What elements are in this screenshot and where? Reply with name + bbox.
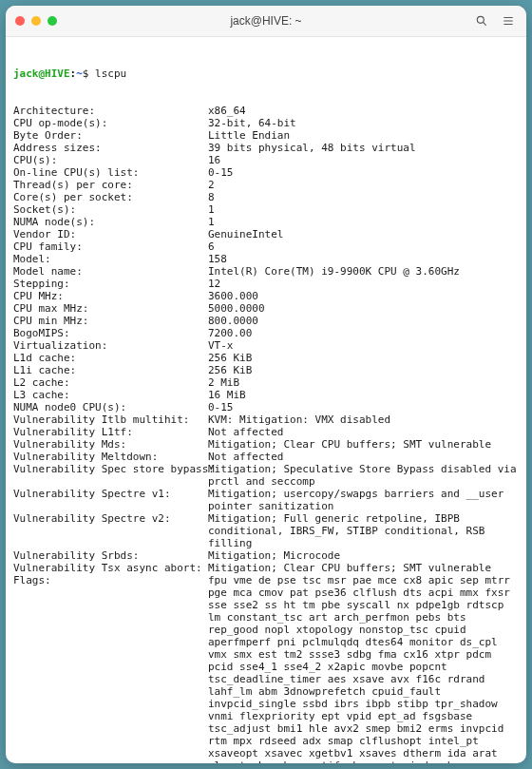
lscpu-value: 1 xyxy=(208,216,519,228)
lscpu-row: Vulnerability Meltdown:Not affected xyxy=(13,451,519,463)
lscpu-label: L2 cache: xyxy=(13,376,208,389)
lscpu-row: CPU MHz:3600.000 xyxy=(13,290,519,302)
lscpu-value: Mitigation; Full generic retpoline, IBPB… xyxy=(208,512,519,549)
lscpu-label: CPU MHz: xyxy=(13,290,208,302)
lscpu-row: Vulnerability Spec store bypass:Mitigati… xyxy=(13,463,519,488)
lscpu-label: NUMA node(s): xyxy=(13,216,208,228)
lscpu-label: Vendor ID: xyxy=(13,228,208,240)
lscpu-value: 256 KiB xyxy=(208,352,519,364)
search-icon[interactable] xyxy=(475,14,488,28)
lscpu-row: L1d cache:256 KiB xyxy=(13,352,519,364)
titlebar: jack@HIVE: ~ xyxy=(6,6,526,37)
maximize-icon[interactable] xyxy=(48,16,57,26)
lscpu-label: L1d cache: xyxy=(13,352,208,364)
lscpu-row: L1i cache:256 KiB xyxy=(13,364,519,376)
lscpu-value: VT-x xyxy=(208,339,519,352)
lscpu-row: NUMA node(s):1 xyxy=(13,216,519,228)
lscpu-row: CPU max MHz:5000.0000 xyxy=(13,302,519,315)
lscpu-row: Vulnerability Itlb multihit:KVM: Mitigat… xyxy=(13,413,519,426)
lscpu-value: 3600.000 xyxy=(208,290,519,302)
lscpu-value: 16 xyxy=(208,154,519,166)
lscpu-label: Model name: xyxy=(13,265,208,278)
lscpu-row: Model name:Intel(R) Core(TM) i9-9900K CP… xyxy=(13,265,519,278)
lscpu-row: Byte Order:Little Endian xyxy=(13,129,519,142)
lscpu-value: 2 MiB xyxy=(208,376,519,389)
lscpu-label: Vulnerability Spec store bypass: xyxy=(13,463,208,488)
lscpu-value: Not affected xyxy=(208,426,519,438)
lscpu-label: L3 cache: xyxy=(13,389,208,401)
lscpu-label: Vulnerability Tsx async abort: xyxy=(13,562,208,574)
lscpu-value: KVM: Mitigation: VMX disabled xyxy=(208,413,519,426)
minimize-icon[interactable] xyxy=(31,16,41,26)
lscpu-label: Vulnerability Meltdown: xyxy=(13,451,208,463)
lscpu-row: Socket(s):1 xyxy=(13,203,519,216)
lscpu-value: Mitigation; Speculative Store Bypass dis… xyxy=(208,463,519,488)
lscpu-row: Stepping:12 xyxy=(13,278,519,290)
lscpu-label: Architecture: xyxy=(13,105,208,117)
lscpu-row: Virtualization:VT-x xyxy=(13,339,519,352)
close-icon[interactable] xyxy=(15,16,25,26)
lscpu-row: CPU op-mode(s):32-bit, 64-bit xyxy=(13,117,519,129)
lscpu-row: BogoMIPS:7200.00 xyxy=(13,327,519,339)
lscpu-row: Address sizes:39 bits physical, 48 bits … xyxy=(13,142,519,154)
lscpu-row: Vulnerability Spectre v2:Mitigation; Ful… xyxy=(13,512,519,549)
lscpu-row: Core(s) per socket:8 xyxy=(13,191,519,203)
lscpu-label: Vulnerability Mds: xyxy=(13,438,208,451)
terminal-output[interactable]: jack@HIVE:~$ lscpu Architecture:x86_64CP… xyxy=(6,37,526,763)
lscpu-label: L1i cache: xyxy=(13,364,208,376)
lscpu-row: CPU min MHz:800.0000 xyxy=(13,315,519,327)
lscpu-label: Socket(s): xyxy=(13,203,208,216)
lscpu-value: 2 xyxy=(208,179,519,191)
lscpu-row: Vulnerability Tsx async abort:Mitigation… xyxy=(13,562,519,574)
lscpu-row: Vulnerability L1tf:Not affected xyxy=(13,426,519,438)
lscpu-value: Mitigation; Microcode xyxy=(208,549,519,562)
lscpu-row: Vulnerability Mds:Mitigation; Clear CPU … xyxy=(13,438,519,451)
lscpu-label: BogoMIPS: xyxy=(13,327,208,339)
lscpu-label: Thread(s) per core: xyxy=(13,179,208,191)
lscpu-value: Not affected xyxy=(208,451,519,463)
prompt-line: jack@HIVE:~$ lscpu xyxy=(13,67,519,80)
lscpu-value: 256 KiB xyxy=(208,364,519,376)
lscpu-value: 0-15 xyxy=(208,401,519,413)
lscpu-label: Vulnerability Srbds: xyxy=(13,549,208,562)
lscpu-value: 800.0000 xyxy=(208,315,519,327)
lscpu-value: 8 xyxy=(208,191,519,203)
lscpu-label: NUMA node0 CPU(s): xyxy=(13,401,208,413)
lscpu-label: Model: xyxy=(13,253,208,265)
lscpu-label: Vulnerability Itlb multihit: xyxy=(13,413,208,426)
lscpu-label: CPU(s): xyxy=(13,154,208,166)
lscpu-label: CPU op-mode(s): xyxy=(13,117,208,129)
svg-line-1 xyxy=(483,22,485,25)
lscpu-value: 5000.0000 xyxy=(208,302,519,315)
lscpu-row: On-line CPU(s) list:0-15 xyxy=(13,166,519,179)
lscpu-label: Address sizes: xyxy=(13,142,208,154)
window-controls xyxy=(6,16,57,26)
lscpu-value: Little Endian xyxy=(208,129,519,142)
lscpu-value: 32-bit, 64-bit xyxy=(208,117,519,129)
lscpu-row: Vulnerability Spectre v1:Mitigation; use… xyxy=(13,488,519,512)
lscpu-label: CPU family: xyxy=(13,240,208,253)
window-title: jack@HIVE: ~ xyxy=(6,14,526,28)
lscpu-value: Mitigation; Clear CPU buffers; SMT vulne… xyxy=(208,438,519,451)
lscpu-row: Model:158 xyxy=(13,253,519,265)
lscpu-row: Vulnerability Srbds:Mitigation; Microcod… xyxy=(13,549,519,562)
lscpu-value: 6 xyxy=(208,240,519,253)
lscpu-label: Flags: xyxy=(13,574,208,763)
lscpu-label: Stepping: xyxy=(13,278,208,290)
terminal-window: jack@HIVE: ~ jack@HIVE:~$ lscpu Architec… xyxy=(6,6,526,763)
lscpu-row: Vendor ID:GenuineIntel xyxy=(13,228,519,240)
lscpu-row: Flags:fpu vme de pse tsc msr pae mce cx8… xyxy=(13,574,519,763)
lscpu-value: GenuineIntel xyxy=(208,228,519,240)
lscpu-label: CPU max MHz: xyxy=(13,302,208,315)
lscpu-value: Intel(R) Core(TM) i9-9900K CPU @ 3.60GHz xyxy=(208,265,519,278)
lscpu-row: L2 cache:2 MiB xyxy=(13,376,519,389)
lscpu-value: 39 bits physical, 48 bits virtual xyxy=(208,142,519,154)
menu-icon[interactable] xyxy=(502,14,515,28)
lscpu-row: Architecture:x86_64 xyxy=(13,105,519,117)
lscpu-row: NUMA node0 CPU(s):0-15 xyxy=(13,401,519,413)
prompt-user-host: jack@HIVE xyxy=(13,67,70,80)
lscpu-value: Mitigation; Clear CPU buffers; SMT vulne… xyxy=(208,562,519,574)
lscpu-value: 1 xyxy=(208,203,519,216)
lscpu-value: 12 xyxy=(208,278,519,290)
lscpu-label: Vulnerability Spectre v2: xyxy=(13,512,208,549)
